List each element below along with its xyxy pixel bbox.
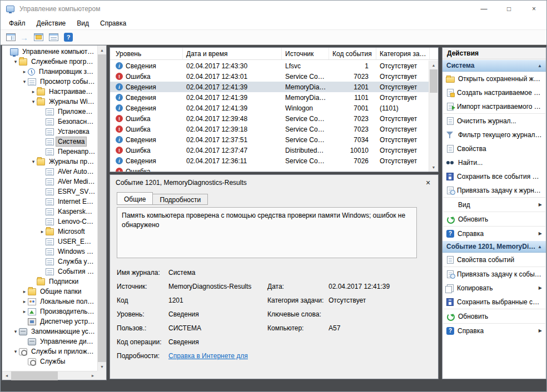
event-row[interactable]: iСведения02.04.2017 12:37:51Service Cont… bbox=[110, 134, 429, 145]
action-item[interactable]: Очистить журнал... bbox=[442, 114, 546, 128]
chevron-collapsed-icon[interactable]: ▸ bbox=[21, 299, 28, 304]
scroll-thumb[interactable] bbox=[11, 371, 58, 380]
scroll-up-icon[interactable] bbox=[98, 46, 106, 54]
tree-item[interactable]: Kaspersky Event Log bbox=[2, 207, 97, 217]
scroll-up-icon[interactable] bbox=[429, 61, 438, 69]
chevron-expanded-icon[interactable]: ▾ bbox=[12, 59, 19, 64]
action-item[interactable]: Создать настраиваемое представление... bbox=[442, 86, 546, 99]
tree-item[interactable]: Установка bbox=[2, 127, 97, 137]
show-action-pane-button[interactable] bbox=[6, 33, 16, 41]
tree-item[interactable]: Internet Explorer bbox=[2, 197, 97, 207]
tree-item[interactable]: Приложение bbox=[2, 107, 97, 117]
event-row[interactable]: iСведения02.04.2017 12:41:39Winlogon7001… bbox=[110, 103, 429, 113]
tree-item[interactable]: Система bbox=[2, 137, 97, 147]
tree-item[interactable]: AVer MediaAgent bbox=[2, 177, 97, 187]
chevron-up-icon[interactable]: ▲ bbox=[538, 63, 542, 68]
export-list-button[interactable] bbox=[49, 33, 58, 41]
scroll-down-icon[interactable] bbox=[98, 362, 106, 371]
tree-item[interactable]: ▾Служебные программы bbox=[2, 57, 97, 67]
action-section-header[interactable]: Система▲ bbox=[442, 59, 546, 72]
tree-item[interactable]: ▾Службы и приложения bbox=[2, 346, 97, 356]
tree-item[interactable]: Служба управления ключами bbox=[2, 257, 97, 267]
detail-tab[interactable]: Подробности bbox=[153, 194, 208, 205]
scroll-right-icon[interactable] bbox=[88, 371, 97, 380]
action-item[interactable]: Обновить bbox=[442, 212, 546, 226]
tree-item[interactable]: ESRV_SVC_QUEENCREEK bbox=[2, 187, 97, 197]
tree-item[interactable]: Управление дисками bbox=[2, 336, 97, 346]
chevron-up-icon[interactable]: ▲ bbox=[538, 244, 542, 249]
event-row[interactable]: !Ошибка02.04.2017 12:39:18Service Contro… bbox=[110, 124, 429, 134]
action-item[interactable]: Сохранить все события как... bbox=[442, 169, 546, 183]
chevron-expanded-icon[interactable]: ▾ bbox=[30, 99, 37, 104]
action-item[interactable]: Найти... bbox=[442, 155, 546, 169]
event-row[interactable]: iСведения02.04.2017 12:43:30Lfsvc1Отсутс… bbox=[110, 61, 429, 71]
action-item[interactable]: Свойства событий bbox=[442, 253, 546, 267]
close-button[interactable]: × bbox=[521, 1, 546, 17]
chevron-expanded-icon[interactable]: ▾ bbox=[30, 159, 37, 164]
tree-item[interactable]: Подписки bbox=[2, 277, 97, 287]
minimize-button[interactable]: — bbox=[471, 1, 496, 17]
event-row[interactable]: !Ошибка02.04.2017 12:37:47DistributedCOM… bbox=[110, 145, 429, 155]
column-header[interactable]: Код события bbox=[329, 48, 376, 59]
action-section-header[interactable]: Событие 1201, MemoryDiagnostics-Results▲ bbox=[442, 240, 546, 253]
column-header[interactable]: Категория задачи bbox=[376, 48, 430, 59]
menu-item[interactable]: Действие bbox=[31, 18, 72, 29]
event-row[interactable]: !Ошибка02.04.2017 12:39:48Service Contro… bbox=[110, 113, 429, 124]
event-row[interactable]: !Ошибка02.04.2017 12:43:01Service Contro… bbox=[110, 71, 429, 82]
close-icon[interactable]: × bbox=[424, 178, 432, 187]
tree-item[interactable]: Службы bbox=[2, 356, 97, 366]
tree-item[interactable]: ▾Журналы Windows bbox=[2, 97, 97, 107]
tree-item[interactable]: ▸Планировщик заданий bbox=[2, 67, 97, 77]
tree-item[interactable]: ▾Журналы приложений и служб bbox=[2, 157, 97, 167]
online-help-link[interactable]: Справка в Интернете для bbox=[168, 351, 267, 360]
tree-item[interactable]: ▸Настраиваемые представления bbox=[2, 87, 97, 97]
detail-tab[interactable]: Общие bbox=[117, 192, 153, 205]
action-item[interactable]: Копировать▶ bbox=[442, 281, 546, 295]
action-item[interactable]: Свойства bbox=[442, 142, 546, 155]
tree-item[interactable]: AVer AutoUpdate bbox=[2, 167, 97, 177]
action-item[interactable]: ?Справка▶ bbox=[442, 324, 546, 338]
menu-item[interactable]: Вид bbox=[71, 18, 95, 29]
action-item[interactable]: Открыть сохраненный журнал... bbox=[442, 72, 546, 86]
action-item[interactable]: Обновить bbox=[442, 309, 546, 323]
chevron-collapsed-icon[interactable]: ▸ bbox=[21, 69, 28, 74]
chevron-collapsed-icon[interactable]: ▸ bbox=[21, 289, 28, 294]
tree-item[interactable]: ▸Общие папки bbox=[2, 287, 97, 296]
action-item[interactable]: Привязать задачу к журналу... bbox=[442, 183, 546, 197]
scroll-down-icon[interactable] bbox=[429, 163, 438, 172]
help-button[interactable]: ? bbox=[64, 33, 73, 42]
tree-item[interactable]: События оборудования bbox=[2, 267, 97, 277]
tree-item[interactable]: USER_ESRV_SVC_QUEENCREEK bbox=[2, 237, 97, 247]
scroll-thumb[interactable] bbox=[430, 69, 437, 93]
action-item[interactable]: Сохранить выбранные события... bbox=[442, 295, 546, 309]
tree-item[interactable]: ▸Локальные пользователи и группы bbox=[2, 296, 97, 306]
tree-item[interactable]: Безопасность bbox=[2, 117, 97, 127]
action-item[interactable]: ?Справка▶ bbox=[442, 227, 546, 240]
column-header[interactable]: Дата и время bbox=[183, 48, 282, 59]
column-header[interactable]: Уровень bbox=[110, 48, 183, 59]
tree-vertical-scrollbar[interactable] bbox=[97, 46, 106, 371]
tree-item[interactable]: ▸Microsoft bbox=[2, 227, 97, 237]
event-row[interactable]: !Ошибка bbox=[110, 166, 429, 172]
action-item[interactable]: Импорт настраиваемого представления... bbox=[442, 99, 546, 113]
maximize-button[interactable]: □ bbox=[496, 1, 521, 17]
event-row[interactable]: iСведения02.04.2017 12:36:11Service Cont… bbox=[110, 155, 429, 166]
tree-item[interactable]: Диспетчер устройств bbox=[2, 316, 97, 326]
tree-item[interactable]: ▾Запоминающие устройства bbox=[2, 326, 97, 336]
tree-item[interactable]: Перенаправленные события bbox=[2, 147, 97, 157]
chevron-expanded-icon[interactable]: ▾ bbox=[21, 79, 28, 84]
scroll-left-icon[interactable] bbox=[2, 371, 11, 380]
chevron-expanded-icon[interactable]: ▾ bbox=[12, 329, 19, 334]
chevron-expanded-icon[interactable]: ▾ bbox=[12, 349, 19, 354]
action-item[interactable]: Вид▶ bbox=[442, 198, 546, 212]
chevron-collapsed-icon[interactable]: ▸ bbox=[30, 89, 37, 94]
event-row[interactable]: iСведения02.04.2017 12:41:39MemoryDiagno… bbox=[110, 82, 429, 92]
chevron-collapsed-icon[interactable]: ▸ bbox=[39, 229, 46, 234]
tree-horizontal-scrollbar[interactable] bbox=[2, 371, 97, 380]
tree-item[interactable]: Lenovo-Customer Feedback bbox=[2, 217, 97, 227]
show-console-tree-button[interactable] bbox=[34, 33, 43, 41]
tree-item[interactable]: ▸Производительность bbox=[2, 306, 97, 316]
scroll-thumb[interactable] bbox=[98, 54, 106, 362]
event-list-scrollbar[interactable] bbox=[429, 61, 438, 172]
tree-item[interactable]: Управление компьютером bbox=[2, 47, 97, 57]
